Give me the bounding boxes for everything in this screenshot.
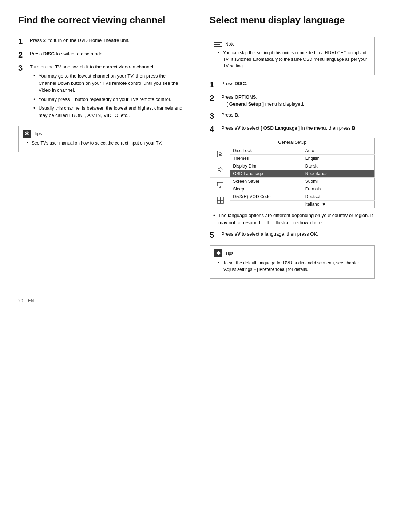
right-step-5-text: Press vV to select a language, then pres… <box>221 230 318 238</box>
right-step-2-text: Press OPTIONS. [ General Setup ] menu is… <box>221 94 304 108</box>
value-suomi: Suomi <box>302 178 375 185</box>
table-title: General Setup <box>210 138 375 147</box>
page-number: 20 <box>18 298 23 303</box>
right-tips-star-icon: ✱ <box>214 249 222 257</box>
right-step-5-num: 5 <box>210 230 218 240</box>
right-step-1-num: 1 <box>210 80 218 90</box>
icon-disc-lock <box>210 147 230 162</box>
bullet-1: You may go to the lowest channel on your… <box>33 72 183 94</box>
svg-marker-3 <box>218 167 221 172</box>
right-step-3-num: 3 <box>210 111 218 121</box>
value-deutsch: Deutsch <box>302 193 375 201</box>
value-nederlands: Nederlands <box>302 170 375 178</box>
svg-rect-8 <box>221 197 223 200</box>
svg-rect-7 <box>217 197 220 200</box>
svg-point-1 <box>219 153 221 155</box>
note-header: Note <box>214 41 370 47</box>
value-auto: Auto <box>302 147 375 155</box>
step-3: 3 Turn on the TV and switch it to the co… <box>18 63 183 121</box>
note-label: Note <box>225 41 234 47</box>
note-text: You can skip this setting if this unit i… <box>218 50 370 69</box>
page-lang: EN <box>28 298 34 303</box>
table-row-display-dim: Display Dim Dansk <box>210 162 375 170</box>
right-tips-label: Tips <box>225 250 233 257</box>
table-row-screen-saver: Screen Saver Suomi <box>210 178 375 185</box>
menu-sleep: Sleep <box>230 185 302 193</box>
page-layout: Find the correct viewing channel 1 Press… <box>18 15 375 284</box>
right-step-3: 3 Press B. <box>210 111 375 121</box>
step-3-bullets: You may go to the lowest channel on your… <box>30 72 183 119</box>
left-tips-label: Tips <box>34 130 42 137</box>
step-3-num: 3 <box>18 63 26 73</box>
svg-rect-4 <box>217 182 223 186</box>
step-1-text: Press 2 to turn on the DVD Home Theatre … <box>30 37 130 44</box>
table-row-sleep: Sleep Fran ais <box>210 185 375 193</box>
right-step-5: 5 Press vV to select a language, then pr… <box>210 230 375 240</box>
step-1: 1 Press 2 to turn on the DVD Home Theatr… <box>18 37 183 46</box>
right-step-4-num: 4 <box>210 125 218 134</box>
table-row-osd-language: OSD Language Nederlands <box>210 170 375 178</box>
menu-osd-language: OSD Language <box>230 170 302 178</box>
left-title: Find the correct viewing channel <box>18 15 183 29</box>
table-row-italiano: Italiano ▼ <box>210 201 375 208</box>
value-dansk: Dansk <box>302 162 375 170</box>
left-column: Find the correct viewing channel 1 Press… <box>18 15 191 157</box>
left-tip-1: See TVs user manual on how to select the… <box>27 140 179 146</box>
right-step-4: 4 Press vV to select [ OSD Language ] in… <box>210 125 375 134</box>
right-column: Select menu display language Note You ca… <box>206 15 375 284</box>
icon-sound <box>210 162 230 178</box>
icon-screen <box>210 178 230 193</box>
note-box: Note You can skip this setting if this u… <box>210 37 375 75</box>
left-tips-box: ✱ Tips See TVs user manual on how to sel… <box>18 126 183 152</box>
menu-screen-saver: Screen Saver <box>230 178 302 185</box>
value-italiano: Italiano ▼ <box>302 201 375 208</box>
right-title: Select menu display language <box>210 15 375 29</box>
step-3-text: Turn on the TV and switch it to the corr… <box>30 63 183 121</box>
step-1-num: 1 <box>18 37 26 46</box>
right-tips-list: To set the default language for DVD audi… <box>214 260 370 273</box>
svg-rect-10 <box>221 200 223 203</box>
value-english: English <box>302 155 375 162</box>
table-row-divx: DivX(R) VOD Code Deutsch <box>210 193 375 201</box>
general-setup-table: General Setup Disc Lock Auto Themes Engl… <box>210 138 375 208</box>
page-footer: 20 EN <box>18 298 375 303</box>
menu-disc-lock: Disc Lock <box>230 147 302 155</box>
step-2-num: 2 <box>18 50 26 60</box>
menu-empty <box>230 201 302 208</box>
menu-divx: DivX(R) VOD Code <box>230 193 302 201</box>
table-note-text: The language options are different depen… <box>213 212 375 226</box>
bullet-2: You may press button repeatedly on your … <box>33 96 183 103</box>
svg-rect-9 <box>217 200 220 203</box>
menu-display-dim: Display Dim <box>230 162 302 170</box>
left-tips-list: See TVs user manual on how to select the… <box>23 140 179 146</box>
note-lines-icon <box>214 42 222 47</box>
note-list: You can skip this setting if this unit i… <box>214 50 370 69</box>
step-2: 2 Press DISC to switch to disc mode <box>18 50 183 60</box>
right-tips-box: ✱ Tips To set the default language for D… <box>210 245 375 279</box>
right-step-4-text: Press vV to select [ OSD Language ] in t… <box>221 125 357 132</box>
right-tips-header: ✱ Tips <box>214 249 370 257</box>
right-step-2: 2 Press OPTIONS. [ General Setup ] menu … <box>210 94 375 108</box>
table-note: The language options are different depen… <box>210 212 375 226</box>
tips-star-icon: ✱ <box>23 130 31 138</box>
right-step-3-text: Press B. <box>221 111 239 119</box>
table-row-themes: Themes English <box>210 155 375 162</box>
icon-divx <box>210 193 230 208</box>
bullet-3: Usually this channel is between the lowe… <box>33 105 183 119</box>
step-2-text: Press DISC to switch to disc mode <box>30 50 102 58</box>
right-step-1: 1 Press DISC. <box>210 80 375 90</box>
left-tips-header: ✱ Tips <box>23 130 179 138</box>
right-step-1-text: Press DISC. <box>221 80 247 87</box>
menu-themes: Themes <box>230 155 302 162</box>
right-step-2-num: 2 <box>210 94 218 103</box>
table-row-disc-lock: Disc Lock Auto <box>210 147 375 155</box>
right-tip-1: To set the default language for DVD audi… <box>218 260 370 273</box>
value-francais: Fran ais <box>302 185 375 193</box>
